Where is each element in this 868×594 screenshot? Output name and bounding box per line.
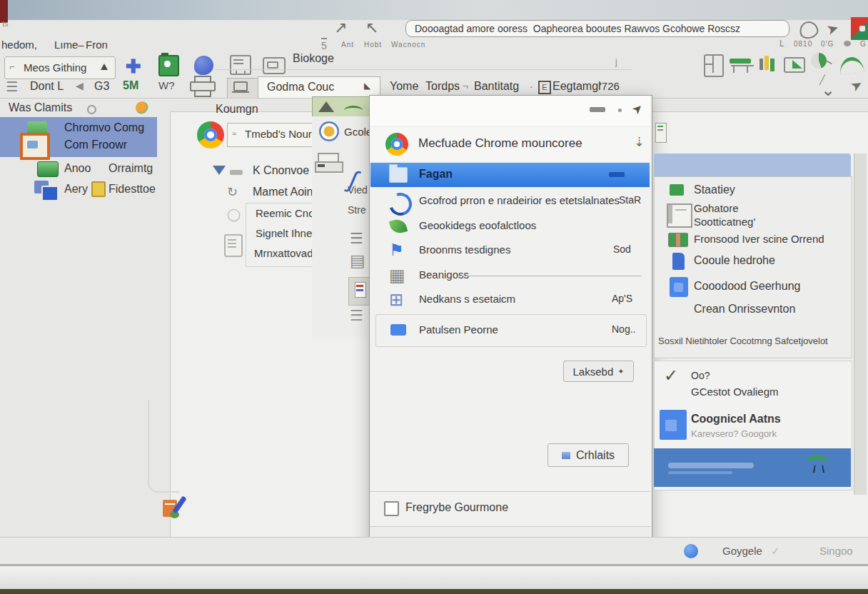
dialog-row-6-box[interactable]: Patulsen Peorne Nog.. [375, 314, 647, 347]
row-label: Beanigoss [419, 268, 469, 281]
panel-label: Staatiey [694, 183, 735, 196]
export-tray-icon[interactable] [263, 57, 286, 74]
minimize-icon[interactable] [590, 107, 605, 112]
menu2-eegtamgl[interactable]: Eegtamgl [552, 80, 601, 93]
tree-sub-3[interactable]: Mrnxattovad [254, 247, 313, 259]
green-tab[interactable] [312, 96, 370, 118]
swoosh-icon[interactable] [839, 56, 864, 74]
scrollbar[interactable] [854, 153, 867, 495]
blue-blob-icon[interactable] [194, 56, 213, 75]
meta-g: G [860, 40, 867, 48]
menu2-yome[interactable]: Yome [390, 80, 418, 93]
app-label[interactable]: Coognicel Aatns [691, 413, 781, 426]
tree-row-1[interactable]: K Cnonvoe [211, 163, 326, 180]
pie-icon[interactable] [811, 53, 829, 71]
menu2-tordps[interactable]: Tordps [425, 80, 460, 93]
combo-value: Meos Githing [24, 61, 86, 74]
panel-item-6[interactable]: Crean Onrissevnton [654, 301, 851, 320]
g3-label[interactable]: G3 [94, 80, 109, 93]
layout-grid-icon[interactable] [704, 54, 724, 77]
item-label: Aery [64, 183, 88, 196]
menu2-arrow-icon: ⌐ [463, 80, 468, 91]
panel-label: Gohatore [694, 202, 739, 214]
flag-blue-icon: ⚑ [389, 241, 404, 260]
color-bars-icon[interactable] [760, 54, 778, 73]
monitor-icon[interactable] [230, 55, 251, 75]
dont-label[interactable]: Dont L [30, 80, 64, 93]
bench-icon[interactable] [730, 57, 754, 74]
check-icon: ✓ [664, 366, 678, 386]
dialog-row-5[interactable]: ⊞ Nedkans s esetaicm Ap'S [370, 288, 650, 313]
list-hamburger-icon[interactable]: ☰ [6, 79, 18, 95]
meta-dot-icon [844, 41, 851, 46]
nav-back-icon[interactable]: ↗ [334, 19, 347, 37]
status-browser-label[interactable]: Goygele [722, 545, 762, 557]
tab-icon-box[interactable] [227, 78, 258, 99]
panel-item-1[interactable]: Staatiey [654, 182, 851, 201]
dialog-row-3[interactable]: ⚑ Broonms tesdignes Sod [370, 239, 650, 263]
crhlaits-button[interactable]: Crhlaits [547, 443, 629, 467]
leaf-green-icon [389, 217, 408, 235]
menu-item-3[interactable]: Fron [86, 39, 108, 51]
mode-combobox[interactable]: ⌐ Meos Githing [4, 56, 116, 79]
printer-icon[interactable] [190, 76, 214, 96]
checkbox-label[interactable]: Fregrybe Gourmone [405, 501, 508, 514]
camera-icon[interactable] [158, 55, 179, 76]
menu-item-2[interactable]: Lıme‒ [54, 39, 84, 51]
dialog-header-label: Mecfuade Chrome mouncoree [418, 136, 582, 151]
row-label: Broonms tesdignes [419, 243, 510, 256]
doclist-icon[interactable]: ▤ [350, 251, 365, 271]
blue-banner[interactable] [654, 448, 851, 487]
browser-menu-icon[interactable] [797, 19, 819, 41]
dialog-row-2[interactable]: Geookidegs eoofalctloos [370, 215, 650, 239]
dot-icon[interactable] [618, 109, 622, 112]
panel-item-5[interactable]: Cooodood Geerhung [654, 276, 851, 298]
menu2-bantitatg[interactable]: Bantitatg [474, 80, 519, 93]
lines-icon[interactable]: ☰ [350, 230, 363, 247]
laksebd-button[interactable]: Laksebd ✦ [563, 361, 634, 382]
name-field[interactable]: ≈ Tmebd's Nour [227, 123, 320, 147]
target-circle-icon[interactable] [319, 121, 339, 141]
sidebar-item-aery[interactable]: Aery Fidesttoe [0, 180, 166, 201]
dialog-header-row[interactable]: Mecfuade Chrome mouncoree ⇣ [370, 127, 650, 161]
bm-label[interactable]: 5M [123, 79, 138, 92]
sidebar-item-chromvo-selected[interactable]: Chromvo Comg Com Froowr [0, 117, 157, 157]
crhlaits-icon [562, 452, 570, 459]
flag-grey-icon: ◀ [76, 80, 84, 91]
panel-item-3[interactable]: Fronsood Iver scine Orrend [654, 232, 851, 251]
dialog-checkbox[interactable] [384, 501, 399, 516]
sidebar-item-anoo[interactable]: Anoo Orraimtg [0, 160, 166, 180]
puzzle-icon[interactable]: ✚ [124, 57, 143, 76]
underlying-panel-corner [148, 400, 179, 493]
header-down-icon: ⇣ [634, 134, 645, 150]
dialog-row-4[interactable]: ▦ Beanigoss [370, 264, 650, 288]
printer2-icon[interactable] [315, 153, 342, 174]
panel-item-4[interactable]: Cooule hedrohe [654, 251, 851, 273]
green-wedge-icon[interactable] [784, 57, 805, 73]
banner-text-smudge-2 [668, 471, 732, 474]
dialog-row-selected[interactable]: Fagan [370, 163, 650, 187]
window-fragment-text: ts [2, 19, 9, 28]
folder-green-icon [37, 161, 59, 177]
chrome-small-icon [385, 133, 408, 156]
address-bar[interactable] [405, 20, 789, 37]
toolbar-underline [214, 69, 632, 70]
share-arrow-icon[interactable]: ➤ [824, 19, 841, 39]
doclist2-icon[interactable]: ☰ [350, 307, 363, 324]
tree-sub-1[interactable]: Reemic Cno [256, 207, 315, 219]
blue-doc-icon [672, 253, 685, 270]
sidebar-header: Was Clamits [9, 101, 72, 114]
tab-active[interactable]: Godma Couc ◣ [258, 76, 380, 98]
send-plane-icon[interactable]: ➤ [847, 76, 865, 96]
tree-sub-2[interactable]: Signelt Ihned [256, 227, 318, 239]
tri-blue-icon [213, 166, 226, 175]
crhlaits-label: Crhlaits [576, 449, 615, 462]
dialog-row-1[interactable]: Gcofrod prron e nradeirior es etetslalna… [370, 190, 650, 214]
row-right: Nog.. [612, 323, 635, 335]
chevron-down-icon[interactable]: ⌄ [821, 80, 835, 100]
panel-item-2[interactable]: Gohatore Sootticatneg' [654, 202, 851, 231]
nav-forward-icon[interactable]: ↖ [365, 19, 378, 37]
dialog-divider-1 [370, 491, 650, 492]
wq-label[interactable]: W? [158, 79, 175, 91]
menu-item-1[interactable]: hedom, [1, 39, 37, 51]
